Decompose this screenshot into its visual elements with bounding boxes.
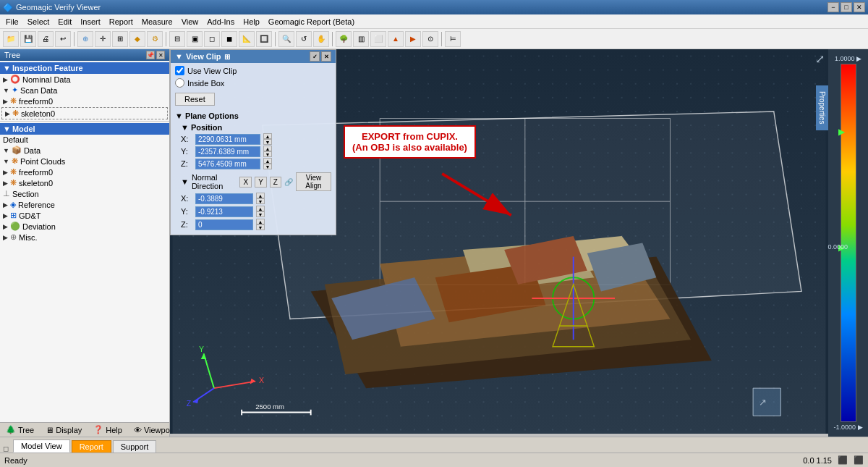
toolbar-btn-14[interactable]: 📐 (239, 31, 255, 47)
tree-deviation[interactable]: ▶ 🟢 Deviation (0, 221, 169, 232)
tree-footer-btn[interactable]: 🌲 Tree (3, 424, 37, 435)
menu-measure[interactable]: Measure (137, 16, 177, 28)
tree-nominal-data[interactable]: ▶ ⭕ Nominal Data (0, 74, 169, 85)
pos-x-up[interactable]: ▲ (263, 133, 272, 139)
panel-header-controls[interactable]: 📌 ✕ (146, 51, 165, 59)
nx-down[interactable]: ▼ (256, 198, 265, 204)
pos-y-down[interactable]: ▼ (263, 151, 272, 157)
toolbar-btn-1[interactable]: 📁 (3, 31, 19, 47)
toolbar-btn-12[interactable]: ◻ (204, 31, 220, 47)
toolbar-btn-18[interactable]: ✋ (313, 31, 329, 47)
normal-y-input[interactable] (195, 206, 253, 217)
pos-x-down[interactable]: ▼ (263, 139, 272, 145)
toolbar-btn-3[interactable]: 🖨 (38, 31, 54, 47)
vc-reset-button[interactable]: Reset (175, 93, 215, 106)
toolbar-btn-2[interactable]: 💾 (20, 31, 36, 47)
expand-viewport-button[interactable]: ⤢ (815, 52, 825, 66)
tab-support[interactable]: Support (113, 440, 157, 453)
xyz-z-btn[interactable]: Z (270, 177, 281, 188)
toolbar-btn-11[interactable]: ▣ (187, 31, 203, 47)
tree-scan-data[interactable]: ▼ ✦ Scan Data (0, 85, 169, 96)
tree-skeleton0[interactable]: ▶ ❋ skeleton0 (1, 107, 168, 119)
normal-z-input[interactable] (195, 219, 253, 230)
tab-model-view[interactable]: Model View (13, 439, 70, 453)
ny-up[interactable]: ▲ (256, 206, 265, 211)
tree-point-clouds[interactable]: ▼ ❋ Point Clouds (0, 156, 169, 167)
vc-inside-box-row[interactable]: Inside Box (175, 78, 331, 88)
toolbar-btn-22[interactable]: ▲ (388, 31, 404, 47)
properties-tab[interactable]: Properties (816, 85, 828, 130)
menu-addins[interactable]: Add-Ins (203, 16, 239, 28)
pos-z-up[interactable]: ▲ (263, 158, 272, 164)
ny-down[interactable]: ▼ (256, 211, 265, 217)
title-bar-controls[interactable]: − □ ✕ (827, 2, 865, 12)
maximize-button[interactable]: □ (841, 2, 852, 12)
minimize-button[interactable]: − (827, 2, 839, 12)
tree-reference[interactable]: ▶ ◈ Reference (0, 199, 169, 210)
toolbar-btn-10[interactable]: ⊟ (169, 31, 185, 47)
toolbar-btn-21[interactable]: ⬜ (370, 31, 386, 47)
toolbar-btn-9[interactable]: ⚙ (147, 31, 163, 47)
pos-z-input[interactable] (195, 159, 260, 169)
inside-box-radio[interactable] (175, 78, 184, 88)
menu-geomagic-report[interactable]: Geomagic Report (Beta) (264, 16, 359, 28)
toolbar-btn-16[interactable]: 🔍 (278, 31, 294, 47)
menu-edit[interactable]: Edit (54, 16, 76, 28)
toolbar-btn-6[interactable]: ✛ (95, 31, 111, 47)
close-button[interactable]: ✕ (854, 2, 865, 12)
toolbar-btn-13[interactable]: ◼ (221, 31, 237, 47)
toolbar-btn-17[interactable]: ↺ (296, 31, 312, 47)
menu-help[interactable]: Help (239, 16, 264, 28)
menu-report[interactable]: Report (105, 16, 137, 28)
tree-data[interactable]: ▼ 📦 Data (0, 145, 169, 156)
toolbar-btn-25[interactable]: ⊨ (445, 31, 461, 47)
tree-freeform0b[interactable]: ▶ ❋ freeform0 (0, 167, 169, 177)
help-footer-btn[interactable]: ❓ Help (90, 424, 125, 435)
pos-x-input[interactable] (195, 134, 260, 145)
xyz-x-btn[interactable]: X (239, 177, 252, 188)
menu-view[interactable]: View (177, 16, 203, 28)
toolbar-btn-15[interactable]: 🔲 (256, 31, 272, 47)
toolbar-btn-5[interactable]: ⊕ (77, 31, 93, 47)
tree-default[interactable]: Default (0, 135, 169, 145)
vc-controls[interactable]: ✓ ✕ (310, 51, 331, 62)
toolbar-btn-8[interactable]: ◆ (129, 31, 145, 47)
toolbar-btn-7[interactable]: ⊞ (112, 31, 128, 47)
display2-icon: ⬜ (374, 35, 383, 43)
nz-up[interactable]: ▲ (256, 219, 265, 224)
vc-check-btn[interactable]: ✓ (310, 51, 320, 62)
svg-text:↗: ↗ (759, 397, 767, 408)
toolbar-btn-19[interactable]: 🌳 (336, 31, 352, 47)
use-view-clip-checkbox[interactable] (175, 66, 184, 75)
view-align-button[interactable]: View Align (296, 172, 331, 191)
nz-down[interactable]: ▼ (256, 224, 265, 230)
pos-y-up[interactable]: ▲ (263, 146, 272, 151)
inspection-feature-section[interactable]: ▼ Inspection Feature (0, 62, 169, 74)
model-section[interactable]: ▼ Model (0, 123, 169, 135)
panel-close-button[interactable]: ✕ (156, 51, 165, 59)
pos-y-input[interactable] (195, 146, 260, 157)
tree-gdandt[interactable]: ▶ ⊞ GD&T (0, 210, 169, 221)
tab-report[interactable]: Report (72, 440, 111, 453)
panel-pin-button[interactable]: 📌 (146, 51, 155, 59)
xyz-y-btn[interactable]: Y (255, 177, 267, 188)
toolbar-btn-4[interactable]: ↩ (55, 31, 71, 47)
menu-insert[interactable]: Insert (76, 16, 105, 28)
tree-freeform0[interactable]: ▶ ❋ freeform0 (0, 96, 169, 106)
tree-section[interactable]: ⊥ Section (0, 188, 169, 199)
display-footer-btn[interactable]: 🖥 Display (43, 425, 85, 435)
toolbar-btn-23[interactable]: ▶ (405, 31, 421, 47)
tree-misc[interactable]: ▶ ⊕ Misc. (0, 232, 169, 243)
menu-select[interactable]: Select (23, 16, 54, 28)
resize-handle[interactable] (170, 434, 828, 437)
viewport-area[interactable]: X Y Z 2500 mm (170, 49, 868, 437)
nx-up[interactable]: ▲ (256, 193, 265, 198)
toolbar-btn-24[interactable]: ⊙ (422, 31, 438, 47)
normal-x-input[interactable] (195, 193, 253, 204)
menu-file[interactable]: File (1, 16, 23, 28)
toolbar-btn-20[interactable]: ▥ (353, 31, 369, 47)
tree-skeleton0b[interactable]: ▶ ❋ skeleton0 (0, 177, 169, 188)
pos-z-down[interactable]: ▼ (263, 164, 272, 169)
vc-x-btn[interactable]: ✕ (321, 51, 331, 62)
vc-use-clip-row[interactable]: Use View Clip (175, 66, 331, 75)
